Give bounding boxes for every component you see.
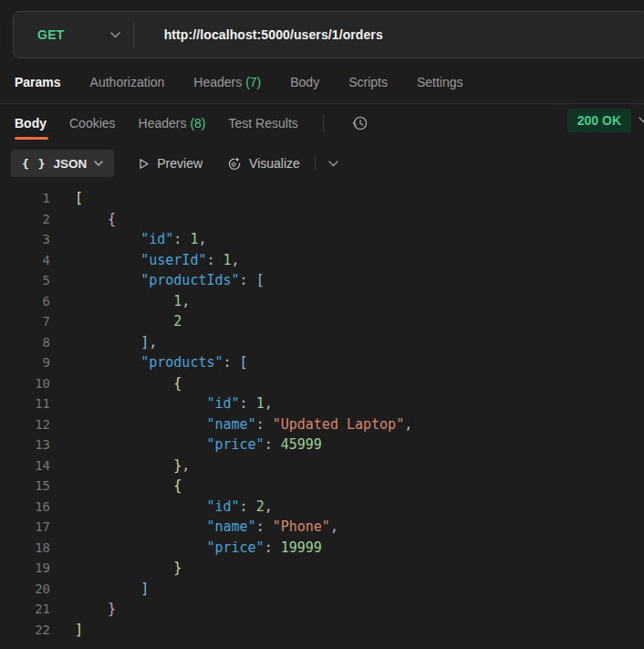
response-tab-headers[interactable]: Headers (8) <box>139 107 206 140</box>
response-body-toolbar: { } JSON Preview Visualize <box>0 142 644 184</box>
line-number: 21 <box>0 599 50 620</box>
code-line: 5"productIds": [ <box>0 270 644 291</box>
request-tab-body[interactable]: Body <box>290 75 319 89</box>
preview-label: Preview <box>157 156 203 171</box>
request-tab-scripts[interactable]: Scripts <box>348 75 388 89</box>
line-number: 7 <box>0 311 50 332</box>
code-line: 17"name": "Phone", <box>0 517 644 538</box>
response-tabs-divider <box>323 115 324 131</box>
request-tab-headers[interactable]: Headers (7) <box>193 75 261 89</box>
chevron-down-icon[interactable] <box>639 117 644 123</box>
method-dropdown[interactable]: GET <box>14 12 120 58</box>
code-line: 21} <box>0 599 644 620</box>
line-number: 15 <box>0 476 50 497</box>
response-tab-test-results[interactable]: Test Results <box>229 107 298 140</box>
line-number: 4 <box>0 250 50 271</box>
response-tabs: BodyCookiesHeaders (8)Test Results 200 O… <box>0 104 644 141</box>
line-number: 22 <box>0 620 50 641</box>
code-line: 13"price": 45999 <box>0 434 644 455</box>
line-number: 9 <box>0 352 50 373</box>
line-number: 19 <box>0 558 50 579</box>
code-line: 8], <box>0 332 644 353</box>
response-tab-cookies[interactable]: Cookies <box>69 107 116 140</box>
response-body-code[interactable]: 1[2{3"id": 1,4"userId": 1,5"productIds":… <box>0 188 644 640</box>
code-line: 18"price": 19999 <box>0 538 644 559</box>
line-number: 13 <box>0 434 50 455</box>
line-number: 1 <box>0 188 50 209</box>
chevron-down-icon <box>110 32 120 38</box>
request-tab-params[interactable]: Params <box>15 75 61 89</box>
code-line: 9"products": [ <box>0 352 644 373</box>
visualize-label: Visualize <box>249 156 300 171</box>
response-tab-body[interactable]: Body <box>15 107 47 140</box>
toolbar-divider <box>315 156 316 171</box>
method-label: GET <box>37 27 65 42</box>
request-tab-settings[interactable]: Settings <box>417 75 463 89</box>
format-dropdown[interactable]: { } JSON <box>11 150 114 177</box>
code-line: 12"name": "Updated Laptop", <box>0 414 644 435</box>
line-number: 17 <box>0 517 50 538</box>
status-badge[interactable]: 200 OK <box>567 109 631 132</box>
chevron-down-icon[interactable] <box>328 161 338 167</box>
chevron-down-icon <box>94 161 103 166</box>
url-input[interactable]: http://localhost:5000/users/1/orders <box>164 27 383 42</box>
code-line: 16"id": 2, <box>0 497 644 518</box>
code-line: 2{ <box>0 209 644 230</box>
request-tabs: ParamsAuthorizationHeaders (7)BodyScript… <box>0 61 644 104</box>
sparkle-visualize-icon <box>226 156 242 172</box>
line-number: 18 <box>0 538 50 559</box>
url-bar-divider <box>133 22 134 47</box>
code-line: 20] <box>0 579 644 600</box>
braces-icon: { } <box>22 157 46 171</box>
code-line: 22] <box>0 620 644 641</box>
code-line: 1[ <box>0 188 644 209</box>
line-number: 8 <box>0 332 50 353</box>
code-line: 19} <box>0 558 644 579</box>
line-number: 6 <box>0 291 50 312</box>
request-tab-authorization[interactable]: Authorization <box>90 75 165 89</box>
line-number: 5 <box>0 270 50 291</box>
line-number: 2 <box>0 209 50 230</box>
code-line: 14}, <box>0 455 644 476</box>
code-line: 11"id": 1, <box>0 393 644 414</box>
code-line: 15{ <box>0 476 644 497</box>
code-line: 4"userId": 1, <box>0 250 644 271</box>
code-line: 72 <box>0 311 644 332</box>
request-url-bar: GET http://localhost:5000/users/1/orders <box>13 11 644 58</box>
visualize-button[interactable]: Visualize <box>226 156 300 172</box>
history-clock-icon[interactable] <box>350 113 369 132</box>
play-icon <box>138 158 150 170</box>
line-number: 16 <box>0 497 50 518</box>
code-line: 61, <box>0 291 644 312</box>
line-number: 20 <box>0 579 50 600</box>
preview-button[interactable]: Preview <box>138 156 203 171</box>
line-number: 12 <box>0 414 50 435</box>
code-line: 3"id": 1, <box>0 229 644 250</box>
line-number: 11 <box>0 393 50 414</box>
line-number: 3 <box>0 229 50 250</box>
line-number: 14 <box>0 455 50 476</box>
line-number: 10 <box>0 373 50 394</box>
code-line: 10{ <box>0 373 644 394</box>
format-label: JSON <box>53 157 87 171</box>
